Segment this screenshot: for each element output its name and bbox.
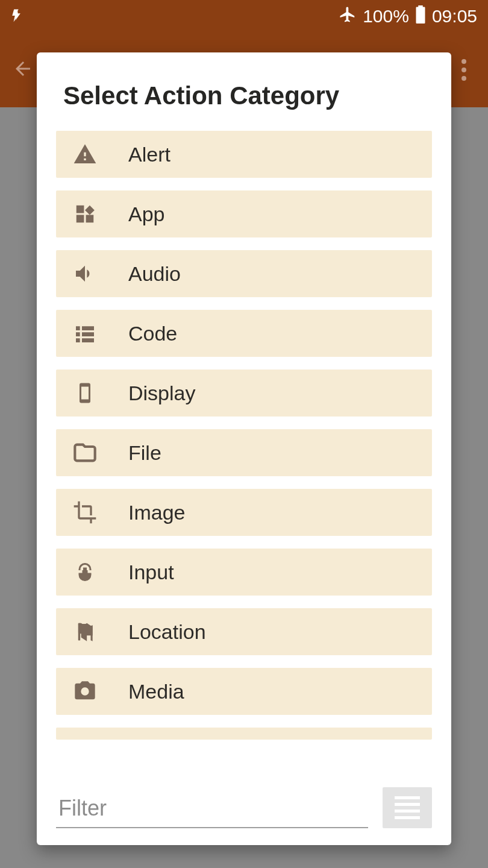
category-row-code[interactable]: Code <box>56 310 432 357</box>
clock: 09:05 <box>432 6 477 27</box>
alert-icon <box>70 142 99 166</box>
select-action-category-dialog: Select Action Category Alert App Audio C… <box>37 52 451 845</box>
display-icon <box>70 381 99 405</box>
category-row-audio[interactable]: Audio <box>56 250 432 297</box>
dialog-title: Select Action Category <box>37 52 451 125</box>
category-label: Input <box>128 561 174 584</box>
category-list: Alert App Audio Code Display <box>37 125 451 776</box>
list-view-toggle-button[interactable] <box>383 787 432 828</box>
category-label: Audio <box>128 262 181 286</box>
code-icon <box>70 321 99 345</box>
media-icon <box>70 679 99 703</box>
category-row-location[interactable]: Location <box>56 608 432 655</box>
category-row-file[interactable]: File <box>56 429 432 476</box>
category-row-display[interactable]: Display <box>56 370 432 417</box>
category-label: Media <box>128 680 184 703</box>
category-row-media[interactable]: Media <box>56 668 432 715</box>
category-label: Code <box>128 322 177 345</box>
input-icon <box>70 560 99 584</box>
location-icon <box>70 620 99 644</box>
status-bar: 100% 09:05 <box>0 0 488 33</box>
app-icon <box>70 203 99 225</box>
image-icon <box>70 500 99 524</box>
category-label: App <box>128 203 165 226</box>
audio-icon <box>70 262 99 286</box>
category-label: File <box>128 441 161 465</box>
category-row-partial[interactable] <box>56 728 432 740</box>
category-row-image[interactable]: Image <box>56 489 432 536</box>
filter-input[interactable] <box>58 796 366 821</box>
category-label: Alert <box>128 143 170 166</box>
battery-icon <box>415 5 426 28</box>
category-row-input[interactable]: Input <box>56 549 432 596</box>
bolt-icon <box>11 5 23 28</box>
battery-percentage: 100% <box>363 6 409 27</box>
file-icon <box>70 441 99 465</box>
dialog-footer <box>37 776 451 834</box>
category-row-alert[interactable]: Alert <box>56 131 432 178</box>
filter-field-wrap <box>56 791 368 828</box>
back-icon[interactable] <box>12 58 34 82</box>
overflow-menu-icon[interactable] <box>452 58 476 82</box>
category-label: Display <box>128 382 195 405</box>
category-label: Image <box>128 501 186 524</box>
airplane-mode-icon <box>339 5 357 28</box>
category-row-app[interactable]: App <box>56 190 432 237</box>
category-label: Location <box>128 620 206 644</box>
